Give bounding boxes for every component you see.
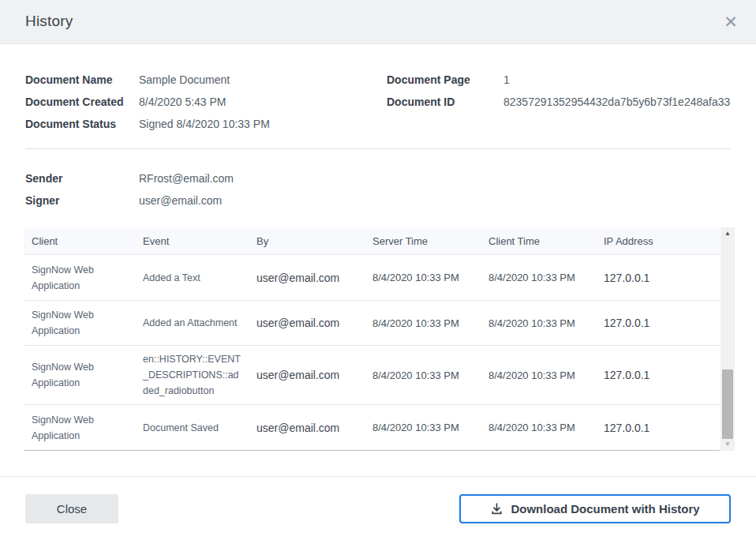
- download-document-with-history-button[interactable]: Download Document with History: [459, 494, 731, 523]
- document-id-label: Document ID: [387, 96, 455, 108]
- cell-client-time: 8/4/2020 10:33 PM: [481, 317, 596, 329]
- page-title: History: [25, 13, 73, 30]
- cell-by: user@email.com: [249, 369, 365, 381]
- table-row: SignNow Web Application Added a Text use…: [24, 254, 720, 300]
- cell-event: en::HISTORY::EVENT_DESCRIPTIONS::added_r…: [135, 351, 249, 399]
- cell-event: Added a Text: [135, 270, 249, 286]
- column-header-client-time: Client Time: [481, 235, 596, 247]
- close-button[interactable]: ✕: [720, 11, 742, 33]
- column-header-by: By: [249, 235, 365, 247]
- table-header-row: Client Event By Server Time Client Time …: [24, 227, 720, 254]
- document-id-value: 82357291352954432da7b5y6b73f1e248afa33: [503, 96, 730, 108]
- column-header-event: Event: [135, 235, 249, 247]
- cell-server-time: 8/4/2020 10:33 PM: [365, 369, 481, 381]
- document-status-label: Document Status: [25, 118, 116, 130]
- cell-ip-address: 127.0.0.1: [596, 422, 720, 434]
- column-header-client: Client: [24, 235, 135, 247]
- table-row: SignNow Web Application Document Saved u…: [24, 404, 720, 450]
- cell-client: SignNow Web Application: [24, 262, 118, 294]
- cell-by: user@email.com: [249, 317, 365, 329]
- document-created-label: Document Created: [25, 96, 123, 108]
- cell-client-time: 8/4/2020 10:33 PM: [481, 272, 596, 283]
- scrollbar-down-icon[interactable]: ▼: [720, 438, 735, 451]
- cell-client: SignNow Web Application: [24, 359, 118, 391]
- modal-header: History ✕: [0, 0, 756, 44]
- scrollbar-thumb[interactable]: [722, 369, 733, 439]
- document-page-value: 1: [503, 73, 510, 86]
- section-divider: [25, 148, 731, 149]
- cell-event: Document Saved: [135, 420, 249, 436]
- cell-ip-address: 127.0.0.1: [596, 317, 720, 329]
- document-status-value: Signed 8/4/2020 10:33 PM: [139, 118, 270, 130]
- cell-event: Added an Attachment: [135, 315, 249, 331]
- cell-server-time: 8/4/2020 10:33 PM: [365, 272, 481, 283]
- document-created-value: 8/4/2020 5:43 PM: [139, 96, 226, 108]
- cell-ip-address: 127.0.0.1: [596, 369, 720, 381]
- sender-value: RFrost@email.com: [139, 172, 234, 185]
- document-name-value: Sample Document: [139, 73, 230, 86]
- cell-server-time: 8/4/2020 10:33 PM: [365, 422, 481, 433]
- close-icon: ✕: [724, 13, 738, 31]
- download-icon: [490, 502, 503, 516]
- column-header-server-time: Server Time: [365, 235, 481, 247]
- history-modal: History ✕ Document Name Sample Document …: [0, 0, 756, 540]
- cell-client: SignNow Web Application: [24, 307, 118, 339]
- close-modal-button[interactable]: Close: [25, 494, 118, 523]
- column-header-ip-address: IP Address: [596, 235, 720, 247]
- signer-value: user@email.com: [139, 194, 222, 207]
- document-page-label: Document Page: [387, 73, 470, 86]
- cell-by: user@email.com: [249, 272, 365, 284]
- table-scrollbar[interactable]: ▲ ▼: [720, 227, 735, 451]
- footer-divider: [0, 476, 756, 477]
- cell-by: user@email.com: [249, 422, 365, 434]
- document-name-label: Document Name: [25, 73, 112, 86]
- table-row: SignNow Web Application en::HISTORY::EVE…: [24, 345, 720, 404]
- cell-client-time: 8/4/2020 10:33 PM: [481, 422, 596, 433]
- cell-server-time: 8/4/2020 10:33 PM: [365, 317, 481, 329]
- download-button-label: Download Document with History: [511, 502, 699, 516]
- cell-client-time: 8/4/2020 10:33 PM: [481, 369, 596, 381]
- cell-client: SignNow Web Application: [24, 412, 118, 444]
- table-row: SignNow Web Application Added an Attachm…: [24, 300, 720, 345]
- sender-label: Sender: [25, 172, 62, 185]
- history-table: Client Event By Server Time Client Time …: [24, 227, 720, 451]
- cell-ip-address: 127.0.0.1: [596, 272, 720, 284]
- signer-label: Signer: [25, 194, 60, 207]
- scrollbar-up-icon[interactable]: ▲: [720, 227, 735, 240]
